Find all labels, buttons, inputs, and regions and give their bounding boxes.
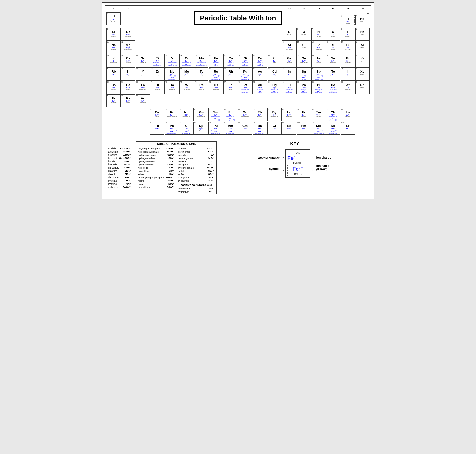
element-Ba: 56 Ba Ba²⁺ barium: [121, 81, 135, 94]
poly-middle-grid: dihydrogen phosphateH₂PO₄⁻ hydrogen carb…: [136, 146, 217, 194]
element-Cr: 24 Cr Cr³⁺ chromium (III) Cr²⁺ chromium …: [179, 54, 194, 67]
element-He: 2 He helium: [355, 15, 369, 25]
iodate-row: iodateIO₃⁻: [137, 173, 175, 176]
element-Ce: 58 Ce Ce³⁺ cerium: [150, 108, 164, 121]
element-Tb: 65 Tb Tb³⁺ terbium: [253, 108, 267, 121]
actinide-row: 90 Th Th⁴⁺ thorium 91 Pa Pa⁵⁺ protactini…: [106, 122, 370, 135]
element-Be: 4 Be Be²⁺ beryllium: [121, 28, 135, 41]
element-U: 92 U U⁶⁺ uranium (VI) U⁴⁺ uranium (IV): [179, 122, 194, 135]
group-14: 14: [297, 7, 311, 10]
key-upper-sym-row: Fe³⁺: [287, 155, 308, 161]
arrow-ion-charge: ←: [311, 155, 315, 159]
element-V: 23 V V³⁺ vanadium(III) V⁵⁺ vanadium (V): [165, 54, 179, 67]
bottom-section: acetateCH₃COO⁻ arsenateAsO₄³⁻ arseniteAs…: [105, 139, 371, 196]
element-Ir: 77 Ir Ir⁴⁺ iridium: [223, 81, 238, 94]
poly-middle-right: oxalateC₂O₄²⁻ perchlorateClO₄⁻ periodate…: [176, 146, 217, 194]
iupac-label: (IUPAC): [316, 168, 329, 171]
anion-list-left: acetateCH₃COO⁻ arsenateAsO₄³⁻ arseniteAs…: [107, 141, 132, 194]
key-elem-num: 26: [287, 151, 308, 155]
group-17: 17: [341, 7, 355, 10]
hydrogen-sulfate-row: hydrogen sulfateHSO₄⁻: [137, 157, 175, 160]
element-Sm: 62 Sm Sm³⁺ samarium(III) Sm²⁺ samarium(I…: [208, 108, 223, 121]
nitrite-row: nitriteNO₂⁻: [137, 182, 175, 186]
element-I: 53 I I⁻ iodide: [341, 67, 355, 81]
hydrogen-sulfide-row: hydrogen sulfideHS⁻: [137, 160, 175, 163]
element-Es: 99 Es Es³⁺ einsteinium: [282, 122, 296, 135]
group-8-empty: [209, 7, 223, 10]
element-Pa: 91 Pa Pa⁵⁺ protactinium(V) Pa⁴⁺ protacti…: [165, 122, 179, 135]
element-Po: 84 Po Po²⁺ polonium(II) Po⁴⁺ polonium(IV…: [326, 81, 340, 94]
element-Pd: 46 Pd Pd²⁺ paladium(II) Pd⁴⁺ paladium(IV…: [238, 67, 253, 81]
element-P: 15 P P³⁻ phosphide: [311, 41, 326, 54]
element-Rh: 45 Rh Rh³⁺ rhodium: [223, 67, 238, 81]
group-16: 16: [326, 7, 340, 10]
element-Si: 14 Si silicon: [297, 41, 311, 54]
element-Np: 93 Np Np⁵⁺ neptunium: [194, 122, 208, 135]
element-Ar: 18 Ar argon: [355, 41, 370, 54]
key-section: KEY atomic number symbol → → 26: [220, 141, 369, 194]
sulfate-row: sulfateSO₄²⁻: [177, 169, 216, 173]
hypochlorite-row: hypochloriteClO⁻: [137, 169, 175, 173]
element-Nb: 41 Nb Nb⁵⁺ niobium (V) Nb³⁺ niobium(III): [165, 67, 179, 81]
group-6-empty: [179, 7, 194, 10]
chlorite-row: chloriteClO₂⁻: [107, 173, 132, 176]
element-Co: 27 Co Co²⁺ cobalt (II) Co³⁺ cobalt (III): [223, 54, 238, 67]
lanthanide-row: 58 Ce Ce³⁺ cerium 59 Pr Pr³⁺ praseodymiu…: [106, 108, 370, 121]
element-No: 102 No No²⁺ nobelium(II) No³⁺ nobelium(I…: [326, 122, 340, 135]
ammonium-row: ammoniumNH₄⁺: [177, 187, 216, 190]
group-4-empty: [150, 7, 165, 10]
poly-table-title: TABLE OF POLYATOMIC IONS: [136, 142, 217, 146]
element-Ni: 28 Ni Ni²⁺ nickel (II) Ni³⁺ nickel (III): [238, 54, 253, 67]
element-W: 74 W W⁶⁺ tungsten: [179, 81, 194, 94]
group-12-empty: [268, 7, 282, 10]
element-Na: 11 Na Na⁺ sodium: [106, 41, 121, 54]
element-Pt: 78 Pt Pt⁴⁺ platinum(IV) Pt²⁺ platinum(II…: [238, 81, 253, 94]
element-Yb: 70 Yb Yb³⁺ ytterbium(III) Yb²⁺ ytterbium…: [326, 108, 340, 121]
group-7-empty: [194, 7, 208, 10]
element-Pu: 94 Pu Pu⁴⁺ plutonium(IV) Pu⁶⁺ plutonium(…: [208, 122, 223, 135]
cyanide-row: cyanideCN⁻: [107, 182, 132, 186]
element-Md: 101 Md Md²⁺ mendelevium (III) Md³⁺ mende…: [311, 122, 326, 135]
element-Cd: 48 Cd Cd²⁺ cadmium: [268, 67, 282, 81]
ion-charge-label: ion charge: [316, 156, 331, 159]
periodate-row: periodateIO₄⁻: [177, 153, 216, 157]
polyatomic-main-table: TABLE OF POLYATOMIC IONS dihydrogen phos…: [136, 141, 217, 194]
poly-middle-left: dihydrogen phosphateH₂PO₄⁻ hydrogen carb…: [136, 146, 176, 194]
hydroxide-row: hydroxideOH⁻: [137, 166, 175, 169]
element-Am: 95 Am Am³⁺ americium(III) Am⁴⁺ americium…: [223, 122, 238, 135]
key-main-box: 26 Fe³⁺ iron (III) Fe²⁺ iron (II): [285, 149, 310, 178]
element-F: 9 F F⁻ fluoride: [341, 28, 355, 41]
bromate-row: bromateBrO₃⁻: [107, 163, 132, 166]
group-2: 2: [121, 7, 135, 10]
element-Sn: 50 Sn Sn⁴⁺ tin (IV) Sn²⁺ tin (II): [297, 67, 311, 81]
element-Mg: 12 Mg Mg²⁺ magnesium: [121, 41, 135, 54]
page-title: Periodic Table With Ion: [194, 11, 282, 25]
element-H: 1 H H⁺ hydrogen: [106, 12, 121, 25]
group18-header: 18 2 He helium: [355, 12, 370, 25]
group-18: 18: [355, 7, 370, 10]
element-Pb: 82 Pb Pb²⁺ lead (II) Pb⁴⁺ lead (IV): [297, 81, 311, 94]
borate-row: borateBO₃³⁻: [107, 160, 132, 163]
element-Ga: 31 Ga Ga³⁺ gallium: [282, 54, 297, 67]
key-elem-sym1: Fe³⁺: [287, 155, 298, 161]
element-Pm: 61 Pm Pm³⁺ promethium: [194, 108, 208, 121]
arsenate-row: arsenateAsO₄³⁻: [107, 150, 132, 153]
element-Mn: 25 Mn Mn²⁺ manganese(II) Mn⁴⁺ manganese(…: [194, 54, 208, 67]
element-Li: 3 Li Li⁺ lithium: [106, 28, 121, 41]
carbonate-row: carbonateCO₃²⁻: [107, 166, 132, 169]
element-Mo: 42 Mo Mo⁶⁺ molybdenum: [179, 67, 194, 81]
sulfite-row: sulfiteSO₃²⁻: [177, 173, 216, 176]
element-Ne: 10 Ne neon: [355, 28, 370, 41]
element-Hf: 72 Hf Hf⁴⁺ hafnium: [150, 81, 165, 94]
element-C: 6 C carbon: [297, 28, 311, 41]
hydrogen-oxalate-row: hydrogen oxalateHC₂O₄⁻: [137, 153, 175, 157]
element-O: 8 O O²⁻ oxide: [326, 28, 340, 41]
element-Ta: 73 Ta Ta⁵⁺ tantalum: [165, 81, 179, 94]
benzoate-row: benzoateC₆H₅COO⁻: [107, 157, 132, 160]
element-Ru: 44 Ru Ru³⁺ ruthenium(III) Ru⁴⁺ ruthenium…: [209, 67, 223, 81]
hydrogen-carbonate-row: hydrogen carbonateHCO₃⁻: [137, 150, 175, 153]
element-La: 57 La La³⁺ lanthanum: [136, 81, 150, 94]
arrow-symbol: →: [281, 168, 285, 172]
element-K: 19 K K⁺ potassium: [106, 54, 121, 67]
element-Zn: 30 Zn Zn²⁺ zinc: [268, 54, 282, 67]
